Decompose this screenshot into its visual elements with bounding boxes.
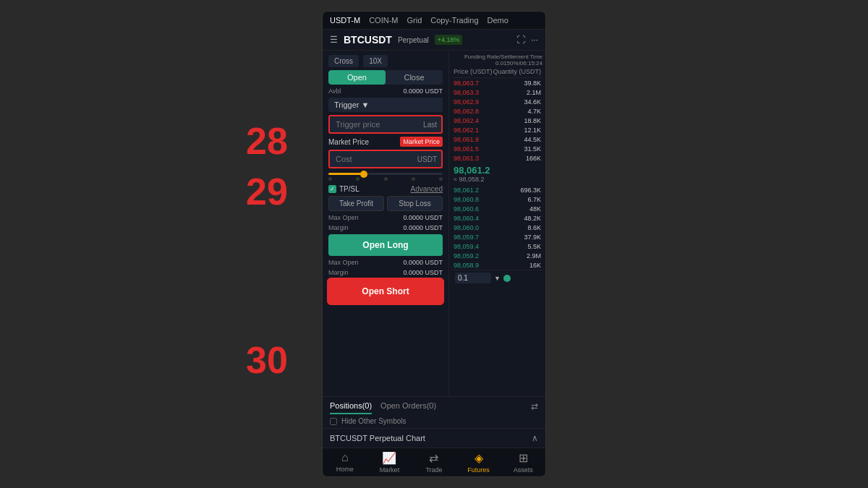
nav-trade[interactable]: ⇄ Trade: [412, 451, 456, 474]
header: ☰ BTCUSDT Perpetual +4.18% ⛶ ···: [323, 30, 545, 51]
bid-row-5[interactable]: 98,059.737.9K: [452, 232, 542, 241]
positions-tab[interactable]: Positions(0): [330, 401, 372, 414]
avbl-row: Avbl 0.0000 USDT: [328, 87, 443, 95]
nav-market[interactable]: 📈 Market: [367, 451, 412, 474]
open-tab[interactable]: Open: [328, 70, 386, 85]
hide-other-symbols-checkbox[interactable]: [330, 418, 337, 425]
max-open-value-1: 0.0000 USDT: [403, 214, 443, 221]
margin-value-2: 0.0000 USDT: [403, 269, 443, 276]
annotation-29: 29: [246, 170, 288, 213]
bid-row-6[interactable]: 98,059.45.5K: [452, 241, 542, 251]
hamburger-icon[interactable]: ☰: [330, 35, 338, 45]
trade-label: Trade: [425, 466, 442, 474]
transfer-icon[interactable]: ⇄: [531, 401, 538, 414]
assets-icon: ⊞: [519, 451, 528, 465]
open-short-button[interactable]: Open Short: [328, 279, 443, 304]
bid-row-4[interactable]: 98,060.08.6K: [452, 223, 542, 232]
hide-other-symbols-label: Hide Other Symbols: [341, 417, 406, 425]
chart-toggle-icon[interactable]: ⛶: [516, 35, 525, 45]
tpsl-checkbox[interactable]: ✓: [328, 185, 336, 193]
ask-row-4[interactable]: 98,062.418.8K: [452, 116, 542, 125]
leverage-button[interactable]: 10X: [363, 55, 388, 67]
market-icon: 📈: [382, 451, 396, 465]
funding-label: Funding Rate/Settlement Time: [452, 53, 542, 60]
orderbook-panel: Funding Rate/Settlement Time 0.0150%/06:…: [449, 51, 545, 396]
ob-qty-header: Quantity (USDT): [493, 68, 541, 75]
slider-dot-0: [328, 177, 332, 181]
advanced-link[interactable]: Advanced: [411, 185, 443, 193]
tpsl-row: ✓ TP/SL Advanced: [328, 185, 443, 193]
asks-list: 98,063.739.8K 98,063.32.1M 98,062.934.6K…: [452, 78, 542, 163]
slider-thumb[interactable]: [360, 171, 367, 178]
market-label: Market: [380, 466, 400, 474]
market-price-badge: Market Price: [400, 137, 443, 147]
margin-label-2: Margin: [328, 269, 349, 276]
nav-assets[interactable]: ⊞ Assets: [501, 451, 545, 474]
slider-fill: [328, 173, 362, 175]
bid-row-1[interactable]: 98,060.86.7K: [452, 194, 542, 204]
max-open-row-1: Max Open 0.0000 USDT: [328, 214, 443, 221]
pair-type: Perpetual: [398, 36, 429, 44]
bid-row-3[interactable]: 98,060.448.2K: [452, 213, 542, 223]
annotation-28: 28: [246, 119, 288, 163]
annotation-30: 30: [246, 338, 288, 382]
ask-row-6[interactable]: 98,061.944.5K: [452, 134, 542, 144]
open-long-button[interactable]: Open Long: [328, 234, 443, 256]
margin-value-1: 0.0000 USDT: [403, 224, 443, 231]
mid-price: 98,061.2: [454, 165, 541, 176]
open-orders-tab[interactable]: Open Orders(0): [380, 401, 436, 414]
ask-row-1[interactable]: 98,063.32.1M: [452, 87, 542, 97]
cost-suffix: USDT: [417, 155, 437, 163]
slider-track: [328, 173, 443, 175]
nav-home[interactable]: ⌂ Home: [323, 451, 367, 474]
nav-demo[interactable]: Demo: [488, 16, 509, 25]
avbl-label: Avbl: [328, 87, 341, 95]
trigger-row: Trigger ▼: [328, 98, 443, 112]
bid-row-0[interactable]: 98,061.2696.3K: [452, 185, 542, 194]
close-tab[interactable]: Close: [386, 70, 443, 85]
ask-row-3[interactable]: 98,062.84.7K: [452, 106, 542, 116]
bid-row-7[interactable]: 98,059.22.9M: [452, 251, 542, 260]
ask-row-0[interactable]: 98,063.739.8K: [452, 78, 542, 87]
outer-wrapper: 28 29 30 USDT-M COIN-M Grid Copy-Trading…: [0, 0, 868, 488]
orderbook-header: Price (USDT) Quantity (USDT): [452, 68, 542, 78]
trigger-select[interactable]: Trigger ▼: [328, 98, 443, 112]
stop-loss-button[interactable]: Stop Loss: [387, 196, 443, 211]
ask-row-5[interactable]: 98,062.112.1K: [452, 125, 542, 134]
qty-input[interactable]: [455, 273, 491, 283]
futures-icon: ◈: [475, 451, 483, 465]
bid-row-2[interactable]: 98,060.648K: [452, 204, 542, 213]
nav-copy-trading[interactable]: Copy-Trading: [430, 16, 478, 25]
trade-panel: Cross 10X Open Close Avbl 0.0000 USDT Tr…: [323, 51, 449, 396]
home-icon: ⌂: [341, 451, 349, 464]
trigger-price-row: Last: [328, 115, 443, 134]
more-options-icon[interactable]: ···: [531, 35, 538, 45]
max-open-value-2: 0.0000 USDT: [403, 259, 443, 266]
chart-section: BTCUSDT Perpetual Chart ∧: [323, 429, 545, 448]
margin-row-2: Margin 0.0000 USDT: [328, 269, 443, 276]
nav-futures[interactable]: ◈ Futures: [456, 451, 501, 474]
slider-row[interactable]: [328, 171, 443, 182]
ask-row-7[interactable]: 98,061.531.5K: [452, 144, 542, 153]
cross-button[interactable]: Cross: [328, 55, 359, 67]
pair-name[interactable]: BTCUSDT: [344, 34, 392, 46]
avbl-value: 0.0000 USDT: [403, 87, 443, 95]
leverage-row: Cross 10X: [328, 55, 443, 67]
qty-dropdown-icon[interactable]: ▼: [494, 275, 501, 282]
nav-grid[interactable]: Grid: [407, 16, 422, 25]
max-open-label-1: Max Open: [328, 214, 359, 221]
bottom-nav: ⌂ Home 📈 Market ⇄ Trade ◈ Futures ⊞ Asse…: [323, 448, 545, 476]
bid-row-8[interactable]: 98,058.916K: [452, 260, 542, 270]
trade-icon: ⇄: [429, 451, 438, 465]
nav-usdt-m[interactable]: USDT-M: [330, 16, 360, 25]
nav-coin-m[interactable]: COIN-M: [369, 16, 398, 25]
market-price-row: Market Price Market Price: [328, 137, 443, 147]
ask-row-8[interactable]: 98,061.3166K: [452, 153, 542, 163]
take-profit-button[interactable]: Take Profit: [328, 196, 384, 211]
funding-rate: 0.0150%/06:15:24: [452, 60, 542, 67]
main-area: Cross 10X Open Close Avbl 0.0000 USDT Tr…: [323, 51, 545, 396]
margin-row-1: Margin 0.0000 USDT: [328, 224, 443, 231]
chart-chevron-icon[interactable]: ∧: [532, 433, 538, 443]
ask-row-2[interactable]: 98,062.934.6K: [452, 97, 542, 106]
max-open-label-2: Max Open: [328, 259, 359, 266]
